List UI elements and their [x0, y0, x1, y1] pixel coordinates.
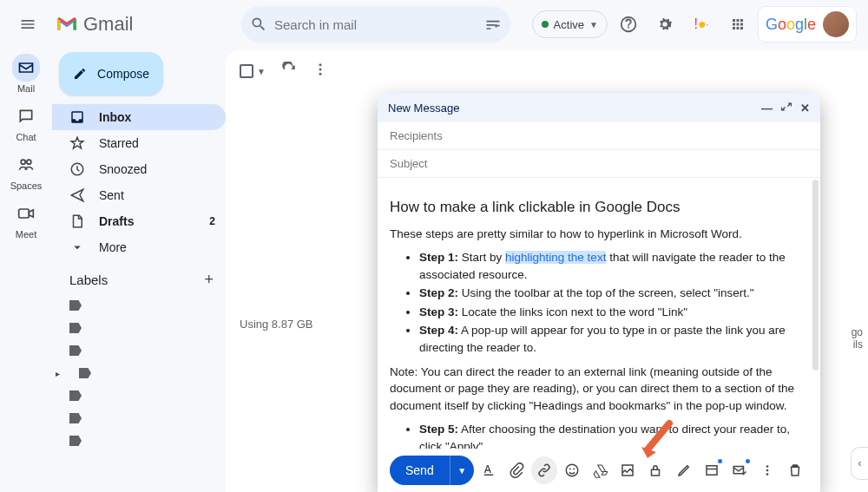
send-button[interactable]: Send — [390, 456, 450, 485]
fullscreen-button[interactable] — [781, 102, 792, 115]
side-panel-toggle[interactable]: ‹ — [851, 447, 868, 480]
compose-footer: Send ▼ — [378, 449, 820, 492]
send-options-button[interactable]: ▼ — [450, 456, 474, 485]
minimize-button[interactable]: — — [761, 102, 773, 115]
more-button[interactable] — [312, 62, 328, 81]
layout-button[interactable] — [699, 456, 725, 484]
labs-button[interactable]: !●· — [686, 9, 717, 40]
attach-button[interactable] — [503, 456, 529, 484]
compose-header[interactable]: New Message — ✕ — [378, 93, 820, 122]
svg-rect-2 — [19, 209, 30, 218]
google-word: Google — [766, 16, 816, 34]
gmail-icon — [56, 16, 78, 33]
label-icon — [69, 413, 82, 423]
sidebar-item-snoozed[interactable]: Snoozed — [52, 156, 226, 182]
steps-list-2: Step 5: After choosing the destination y… — [390, 421, 805, 449]
label-item[interactable] — [52, 430, 226, 452]
nav-label: Sent — [99, 188, 124, 202]
help-icon — [619, 15, 638, 34]
more-vert-icon — [312, 62, 328, 77]
logo-text: Gmail — [83, 13, 133, 36]
svg-point-8 — [569, 469, 571, 470]
refresh-button[interactable] — [281, 62, 297, 81]
sidebar-item-starred[interactable]: Starred — [52, 130, 226, 156]
svg-point-1 — [27, 160, 31, 164]
drive-button[interactable] — [587, 456, 613, 484]
drafts-icon — [69, 213, 85, 229]
schedule-button[interactable] — [727, 456, 753, 484]
close-button[interactable]: ✕ — [800, 102, 810, 115]
gear-icon — [655, 15, 674, 34]
emoji-button[interactable] — [559, 456, 585, 484]
account-pill[interactable]: Google — [759, 7, 856, 42]
avatar[interactable] — [823, 11, 849, 37]
image-icon — [620, 462, 635, 478]
scrollbar[interactable] — [812, 180, 819, 371]
pen-icon — [676, 462, 692, 478]
envelope-check-icon — [732, 462, 747, 478]
image-button[interactable] — [615, 456, 641, 484]
gmail-logo[interactable]: Gmail — [56, 13, 133, 36]
sidebar-item-inbox[interactable]: Inbox — [52, 104, 226, 130]
discard-button[interactable] — [782, 456, 808, 484]
label-item[interactable] — [52, 317, 226, 339]
svg-rect-11 — [652, 469, 660, 476]
status-chip[interactable]: Active ▼ — [532, 10, 608, 38]
chevron-down-icon: ▼ — [589, 20, 598, 30]
format-button[interactable] — [476, 456, 502, 484]
nav-label: Drafts — [99, 214, 134, 228]
compose-label: Compose — [97, 67, 149, 81]
search-input[interactable] — [274, 17, 484, 32]
link-icon — [536, 462, 552, 478]
drafts-count: 2 — [209, 215, 215, 227]
label-item[interactable] — [52, 384, 226, 407]
sidebar-item-more[interactable]: More — [52, 234, 226, 260]
label-item[interactable] — [52, 339, 226, 362]
more-options-button[interactable] — [754, 456, 780, 484]
settings-button[interactable] — [649, 9, 681, 40]
highlighted-link: highlighting the text — [505, 251, 606, 264]
clock-icon — [69, 161, 85, 177]
recipients-field[interactable]: Recipients — [378, 122, 820, 150]
rail-chat[interactable]: Chat — [2, 102, 50, 142]
step-4: Step 4: A pop-up will appear for you to … — [419, 322, 805, 356]
search-bar[interactable] — [241, 6, 510, 43]
rail-meet[interactable]: Meet — [2, 200, 50, 239]
subject-field[interactable]: Subject — [378, 150, 820, 178]
signature-button[interactable] — [670, 456, 696, 484]
refresh-icon — [281, 62, 297, 77]
label-icon — [79, 368, 91, 378]
meet-icon — [17, 207, 35, 220]
rail-label: Mail — [17, 83, 35, 94]
support-button[interactable] — [613, 9, 644, 40]
step-2: Step 2: Using the toolbar at the top of … — [419, 285, 805, 302]
confidential-button[interactable] — [642, 456, 668, 484]
svg-point-7 — [566, 464, 578, 476]
add-label-button[interactable]: + — [204, 271, 214, 289]
label-item[interactable] — [52, 294, 226, 317]
main-menu-button[interactable] — [7, 3, 49, 45]
compose-body[interactable]: How to make a link clickable in Google D… — [378, 178, 820, 449]
tune-icon[interactable] — [484, 16, 502, 33]
step-5: Step 5: After choosing the destination y… — [419, 421, 805, 449]
label-icon — [69, 300, 82, 311]
compose-button[interactable]: Compose — [59, 52, 163, 95]
label-icon — [69, 436, 82, 446]
chevron-down-icon — [69, 239, 85, 255]
sidebar-item-sent[interactable]: Sent — [52, 182, 226, 208]
label-item[interactable] — [52, 407, 226, 430]
rail-mail[interactable]: Mail — [2, 54, 50, 94]
nav-label: More — [99, 240, 127, 254]
nav-label: Snoozed — [99, 162, 147, 176]
pencil-icon — [73, 65, 87, 82]
apps-button[interactable] — [722, 9, 753, 40]
svg-point-14 — [766, 465, 768, 468]
link-button[interactable] — [531, 456, 557, 484]
select-all[interactable]: ▼ — [240, 64, 266, 78]
main-toolbar: ▼ — [226, 50, 868, 92]
label-item-expandable[interactable]: ▸ — [52, 362, 226, 384]
sidebar-item-drafts[interactable]: Drafts 2 — [52, 208, 226, 234]
step-1: Step 1: Start by highlighting the text t… — [419, 249, 805, 283]
rail-spaces[interactable]: Spaces — [2, 151, 50, 191]
header-left: Gmail — [7, 3, 233, 45]
